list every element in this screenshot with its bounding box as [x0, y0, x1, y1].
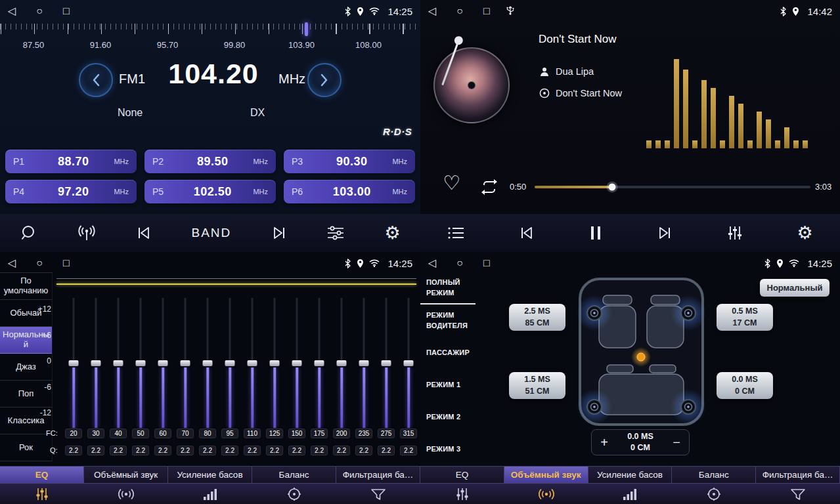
tab-surround-button[interactable] [84, 484, 168, 504]
home-icon[interactable]: ○ [36, 258, 43, 268]
back-icon[interactable]: ◁ [8, 258, 16, 268]
eq-band-slider[interactable] [263, 298, 286, 428]
audio-tab[interactable]: Усиление басов [588, 466, 673, 484]
slider-handle[interactable] [136, 360, 146, 366]
slider-handle[interactable] [91, 360, 101, 366]
audio-tab[interactable]: Усиление басов [168, 466, 252, 484]
tab-bass-button[interactable] [588, 484, 673, 504]
preset-button[interactable]: P3 90.30 MHz [284, 150, 415, 173]
preset-button[interactable]: P5 102.50 MHz [144, 180, 276, 203]
eq-band-slider[interactable] [308, 298, 330, 428]
tab-balance-button[interactable] [672, 484, 756, 504]
audio-tab[interactable]: EQ [0, 466, 84, 484]
settings-button[interactable]: ⚙ [797, 224, 812, 242]
eq-preset-item[interactable]: Рок [0, 434, 52, 461]
listening-mode-item[interactable]: ПАССАЖИР [420, 337, 475, 369]
recents-icon[interactable]: □ [63, 258, 70, 268]
listening-mode-item[interactable]: ПОЛНЫЙ РЕЖИМ [420, 272, 475, 304]
previous-station-button[interactable] [136, 226, 152, 240]
tune-settings-button[interactable] [326, 225, 345, 241]
eq-band-slider[interactable] [152, 298, 174, 428]
slider-handle[interactable] [69, 360, 79, 366]
broadcast-button[interactable] [77, 224, 97, 242]
tab-eq-button[interactable] [0, 484, 84, 504]
eq-band-slider[interactable] [397, 298, 420, 428]
eq-band-slider[interactable] [107, 298, 129, 428]
listening-mode-item[interactable]: РЕЖИМ 1 [420, 369, 475, 401]
next-station-button[interactable] [271, 226, 287, 240]
slider-handle[interactable] [114, 360, 123, 366]
slider-handle[interactable] [315, 360, 324, 366]
audio-tab[interactable]: Баланс [252, 466, 336, 484]
tab-filter-button[interactable] [756, 484, 840, 504]
eq-preset-item[interactable]: По умолчанию [0, 273, 52, 300]
seek-bar[interactable] [535, 186, 810, 188]
repeat-button[interactable] [479, 178, 499, 198]
slider-handle[interactable] [158, 360, 168, 366]
tab-filter-button[interactable] [336, 484, 420, 504]
delay-chip-rear-right[interactable]: 0.0 MS0 CM [717, 372, 773, 399]
eq-band-slider[interactable] [330, 298, 353, 428]
home-icon[interactable]: ○ [456, 258, 463, 268]
settings-button[interactable]: ⚙ [385, 224, 401, 242]
audio-tab[interactable]: Объёмный звук [504, 466, 588, 484]
tune-down-button[interactable] [79, 63, 113, 97]
slider-handle[interactable] [248, 360, 257, 366]
audio-tab[interactable]: EQ [420, 466, 504, 484]
eq-band-slider[interactable] [85, 298, 107, 428]
preset-button[interactable]: P6 103.00 MHz [284, 180, 415, 203]
seek-handle[interactable] [608, 184, 615, 191]
tab-eq-button[interactable] [420, 484, 504, 504]
favorite-button[interactable]: ♡ [443, 173, 460, 193]
scan-button[interactable] [20, 224, 37, 242]
eq-band-slider[interactable] [62, 298, 85, 428]
audio-tab[interactable]: Объёмный звук [84, 466, 168, 484]
eq-band-slider[interactable] [353, 298, 375, 428]
next-track-button[interactable] [657, 226, 673, 240]
back-icon[interactable]: ◁ [428, 6, 436, 16]
slider-handle[interactable] [382, 360, 391, 366]
tune-up-button[interactable] [307, 63, 342, 97]
band-button[interactable]: BAND [191, 226, 231, 240]
eq-band-slider[interactable] [286, 298, 308, 428]
slider-handle[interactable] [337, 360, 347, 366]
tab-bass-button[interactable] [168, 484, 252, 504]
eq-band-slider[interactable] [219, 298, 241, 428]
slider-handle[interactable] [181, 360, 190, 366]
tab-surround-button[interactable] [504, 484, 588, 504]
home-icon[interactable]: ○ [36, 6, 43, 16]
listening-mode-item[interactable]: РЕЖИМ 3 [420, 433, 475, 465]
listening-mode-item[interactable]: РЕЖИМ 2 [420, 401, 475, 433]
audio-tab[interactable]: Баланс [672, 466, 756, 484]
recents-icon[interactable]: □ [63, 6, 70, 16]
back-icon[interactable]: ◁ [428, 258, 436, 268]
mixer-button[interactable] [727, 225, 743, 241]
back-icon[interactable]: ◁ [8, 6, 16, 16]
eq-band-slider[interactable] [241, 298, 263, 428]
recents-icon[interactable]: □ [483, 6, 490, 16]
preset-button[interactable]: P2 89.50 MHz [144, 150, 276, 173]
slider-handle[interactable] [292, 360, 302, 366]
listening-mode-item[interactable]: РЕЖИМ ВОДИТЕЛЯ [420, 304, 475, 337]
playlist-button[interactable] [447, 226, 464, 240]
previous-track-button[interactable] [519, 226, 535, 240]
delay-increase-button[interactable]: + [592, 430, 617, 455]
slider-handle[interactable] [404, 360, 414, 366]
slider-handle[interactable] [225, 360, 235, 366]
audio-tab[interactable]: Фильтрация ба… [336, 466, 420, 484]
eq-band-slider[interactable] [129, 298, 152, 428]
eq-band-slider[interactable] [174, 298, 196, 428]
delay-chip-front-right[interactable]: 0.5 MS17 CM [717, 304, 773, 331]
pause-button[interactable] [589, 225, 602, 241]
eq-band-slider[interactable] [375, 298, 397, 428]
tab-balance-button[interactable] [252, 484, 336, 504]
delay-decrease-button[interactable]: − [664, 430, 689, 455]
eq-band-slider[interactable] [196, 298, 219, 428]
delay-chip-rear-left[interactable]: 1.5 MS51 CM [509, 372, 565, 399]
delay-chip-front-left[interactable]: 2.5 MS85 CM [509, 304, 565, 331]
preset-button[interactable]: P4 97.20 MHz [5, 180, 137, 203]
soundfield-preset-button[interactable]: Нормальный [760, 279, 829, 297]
slider-handle[interactable] [203, 360, 213, 366]
home-icon[interactable]: ○ [456, 6, 463, 16]
audio-tab[interactable]: Фильтрация ба… [756, 466, 840, 484]
